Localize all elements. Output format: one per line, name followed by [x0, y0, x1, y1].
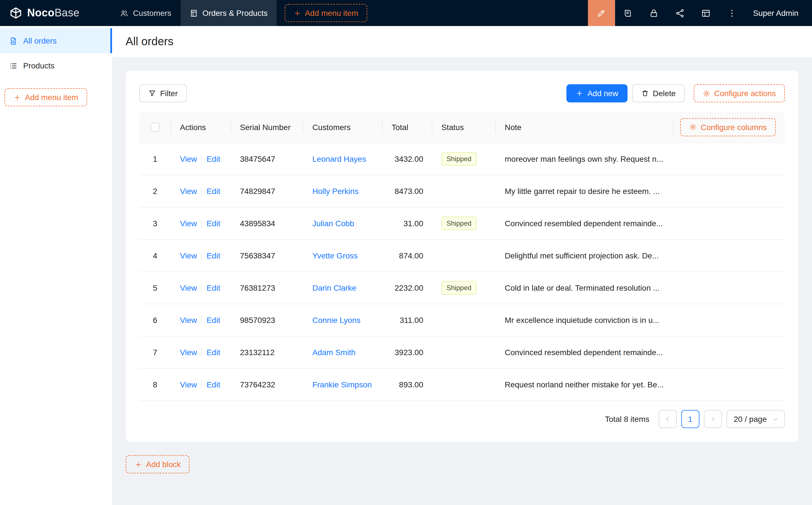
sidebar-item-all-orders[interactable]: All orders	[0, 28, 112, 53]
table-row: 8 View Edit 73764232 Frankie Simpson 893…	[139, 369, 785, 401]
select-all-checkbox[interactable]	[150, 123, 160, 132]
edit-link[interactable]: Edit	[207, 348, 220, 357]
table-row: 7 View Edit 23132112 Adam Smith 3923.00 …	[139, 336, 785, 369]
status-badge: Shipped	[441, 281, 477, 295]
configure-columns-button[interactable]: Configure columns	[680, 118, 776, 136]
column-header-customers: Customers	[303, 112, 383, 143]
configure-actions-button[interactable]: Configure actions	[694, 84, 785, 102]
gear-icon	[703, 90, 710, 97]
add-new-button[interactable]: Add new	[566, 84, 627, 102]
edit-link[interactable]: Edit	[207, 251, 220, 260]
sidebar: All orders Products Add menu item	[0, 26, 112, 505]
table-row: 3 View Edit 43895834 Julian Cobb 31.00 S…	[139, 207, 785, 240]
view-link[interactable]: View	[180, 348, 197, 357]
row-index: 4	[153, 251, 157, 260]
edit-link[interactable]: Edit	[207, 283, 220, 292]
action-divider	[201, 251, 202, 260]
customer-link[interactable]: Julian Cobb	[312, 219, 354, 228]
serial-number-cell: 43895834	[231, 219, 303, 228]
row-index: 2	[153, 187, 157, 196]
status-badge: Shipped	[441, 152, 477, 166]
note-cell: Mr excellence inquietude conviction is i…	[496, 316, 674, 325]
table-header-row: Actions Serial Number Customers Total	[139, 112, 785, 143]
lock-icon	[649, 8, 659, 18]
delete-button[interactable]: Delete	[632, 84, 685, 102]
filter-button[interactable]: Filter	[139, 84, 187, 102]
table-row: 1 View Edit 38475647 Leonard Hayes 3432.…	[139, 143, 785, 175]
edit-link[interactable]: Edit	[207, 380, 220, 389]
page-number-button[interactable]: 1	[681, 410, 699, 428]
add-new-label: Add new	[587, 89, 618, 98]
row-index: 6	[153, 316, 157, 325]
total-cell: 893.00	[383, 380, 432, 389]
more-button[interactable]	[719, 0, 745, 26]
sidebar-item-label: Products	[23, 61, 54, 70]
previous-page-button[interactable]	[658, 410, 676, 428]
app-window: NocoBase Customers Orders & Products	[0, 0, 812, 505]
configure-actions-label: Configure actions	[714, 89, 776, 98]
add-block-button[interactable]: Add block	[126, 455, 190, 473]
gear-icon	[689, 123, 697, 131]
customer-link[interactable]: Leonard Hayes	[312, 154, 366, 163]
edit-link[interactable]: Edit	[207, 316, 220, 325]
total-cell: 3432.00	[383, 154, 432, 163]
action-divider	[201, 348, 202, 356]
docs-button[interactable]	[615, 0, 641, 26]
auth-button[interactable]	[641, 0, 667, 26]
sidebar-item-products[interactable]: Products	[0, 53, 112, 78]
column-header-actions: Actions	[171, 112, 231, 143]
view-link[interactable]: View	[180, 380, 197, 389]
filter-label: Filter	[160, 89, 178, 98]
customer-link[interactable]: Darin Clarke	[312, 283, 357, 292]
ui-editor-button[interactable]	[588, 0, 615, 26]
row-index: 3	[153, 219, 157, 228]
share-icon	[675, 8, 685, 18]
page-size-value: 20 / page	[733, 414, 767, 424]
table-body: 1 View Edit 38475647 Leonard Hayes 3432.…	[139, 143, 785, 401]
nav-tab-label: Customers	[133, 8, 171, 17]
plus-icon	[135, 461, 142, 468]
view-link[interactable]: View	[180, 187, 197, 196]
nav-tab-label: Orders & Products	[202, 8, 267, 17]
view-link[interactable]: View	[180, 219, 197, 228]
table-row: 2 View Edit 74829847 Holly Perkins 8473.…	[139, 175, 785, 207]
view-link[interactable]: View	[180, 154, 197, 163]
edit-link[interactable]: Edit	[207, 219, 220, 228]
nocobase-logo-icon	[9, 6, 23, 20]
customer-link[interactable]: Adam Smith	[312, 348, 356, 357]
configure-columns-label: Configure columns	[701, 123, 767, 132]
next-page-button[interactable]	[704, 410, 722, 428]
nav-tab-orders-products[interactable]: Orders & Products	[180, 0, 276, 26]
add-menu-item-button-header[interactable]: Add menu item	[285, 4, 367, 22]
serial-number-cell: 74829847	[231, 187, 303, 196]
column-header-status: Status	[432, 112, 496, 143]
table-row: 6 View Edit 98570923 Connie Lyons 311.00…	[139, 304, 785, 336]
toolbar-right: Add new Delete	[566, 84, 785, 102]
view-link[interactable]: View	[180, 251, 197, 260]
note-cell: My little garret repair to desire he est…	[496, 187, 674, 196]
serial-number-cell: 75638347	[231, 251, 303, 260]
user-menu[interactable]: Super Admin	[745, 0, 812, 26]
view-link[interactable]: View	[180, 316, 197, 325]
header-spacer	[367, 0, 588, 26]
layout-button[interactable]	[693, 0, 719, 26]
customer-link[interactable]: Yvette Gross	[312, 251, 358, 260]
plus-icon	[575, 90, 583, 97]
view-link[interactable]: View	[180, 283, 197, 292]
customer-link[interactable]: Frankie Simpson	[312, 380, 372, 389]
nocobase-logo[interactable]: NocoBase	[0, 0, 111, 26]
customer-link[interactable]: Connie Lyons	[312, 316, 361, 325]
chevron-left-icon	[664, 415, 671, 423]
page-size-select[interactable]: 20 / page	[726, 410, 785, 428]
column-header-note: Note	[496, 112, 674, 143]
page-content: Filter Add new Delete	[112, 57, 812, 505]
api-button[interactable]	[667, 0, 693, 26]
add-menu-item-button-sidebar[interactable]: Add menu item	[5, 88, 87, 106]
table-row: 5 View Edit 76381273 Darin Clarke 2232.0…	[139, 272, 785, 304]
orders-table: Actions Serial Number Customers Total	[139, 112, 785, 401]
customer-link[interactable]: Holly Perkins	[312, 187, 359, 196]
edit-link[interactable]: Edit	[207, 154, 220, 163]
serial-number-cell: 23132112	[231, 348, 303, 357]
nav-tab-customers[interactable]: Customers	[111, 0, 180, 26]
edit-link[interactable]: Edit	[207, 187, 220, 196]
